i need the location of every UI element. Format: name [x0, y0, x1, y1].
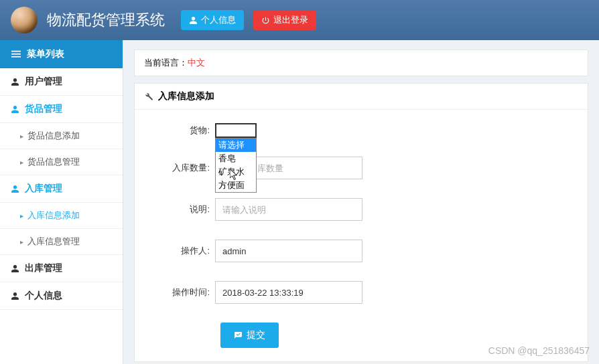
sidebar: 菜单列表 用户管理 货品管理 货品信息添加 货品信息管理 入库管理 入库信息添加… [0, 40, 123, 364]
wrench-icon [144, 92, 153, 101]
svg-rect-0 [11, 51, 21, 52]
menu-header: 菜单列表 [0, 40, 123, 68]
logout-button[interactable]: 退出登录 [253, 10, 316, 30]
time-input[interactable] [215, 281, 362, 304]
user-icon [11, 292, 19, 300]
language-bar: 当前语言：中文 [134, 50, 588, 76]
sidebar-sub-goods-manage[interactable]: 货品信息管理 [0, 149, 123, 175]
desc-input[interactable] [215, 198, 362, 221]
user-icon [11, 185, 19, 193]
sidebar-sub-goods-add[interactable]: 货品信息添加 [0, 123, 123, 149]
profile-button[interactable]: 个人信息 [181, 10, 244, 30]
goods-option-placeholder[interactable]: 请选择 [216, 139, 256, 152]
user-icon [11, 78, 19, 86]
form-panel: 入库信息添加 货物: 请选择 香皂 矿泉水 方便面 入库数量: [134, 83, 588, 362]
app-title: 物流配货管理系统 [47, 10, 165, 30]
sidebar-item-goods[interactable]: 货品管理 [0, 96, 123, 123]
desc-label: 说明: [155, 203, 215, 215]
goods-dropdown: 请选择 香皂 矿泉水 方便面 [215, 138, 257, 193]
operator-input[interactable] [215, 240, 362, 262]
user-icon [189, 16, 198, 25]
user-icon [11, 264, 19, 273]
goods-option-2[interactable]: 矿泉水 [216, 165, 256, 179]
power-icon [261, 16, 270, 25]
list-icon [11, 50, 21, 59]
sidebar-item-inbound[interactable]: 入库管理 [0, 175, 123, 203]
avatar[interactable] [11, 7, 38, 33]
submit-button[interactable]: 提交 [220, 323, 279, 348]
qty-label: 入库数量: [155, 162, 215, 174]
sidebar-sub-inbound-add[interactable]: 入库信息添加 [0, 203, 123, 229]
user-icon [11, 105, 19, 114]
goods-label: 货物: [155, 124, 215, 136]
goods-option-3[interactable]: 方便面 [216, 179, 256, 192]
sidebar-item-users[interactable]: 用户管理 [0, 68, 123, 96]
top-bar: 物流配货管理系统 个人信息 退出登录 [0, 0, 599, 40]
sidebar-item-outbound[interactable]: 出库管理 [0, 255, 123, 282]
svg-rect-1 [11, 54, 21, 55]
goods-option-1[interactable]: 香皂 [216, 152, 256, 165]
goods-select[interactable]: 请选择 香皂 矿泉水 方便面 [215, 123, 257, 138]
sidebar-item-profile[interactable]: 个人信息 [0, 282, 123, 310]
operator-label: 操作人: [155, 245, 215, 257]
main-content: 当前语言：中文 入库信息添加 货物: 请选择 香皂 矿泉水 方便面 [123, 40, 599, 364]
panel-title: 入库信息添加 [135, 84, 588, 110]
svg-rect-2 [11, 56, 21, 58]
check-icon [234, 331, 243, 340]
language-value: 中文 [188, 58, 205, 68]
sidebar-sub-inbound-manage[interactable]: 入库信息管理 [0, 229, 123, 255]
time-label: 操作时间: [155, 286, 215, 298]
